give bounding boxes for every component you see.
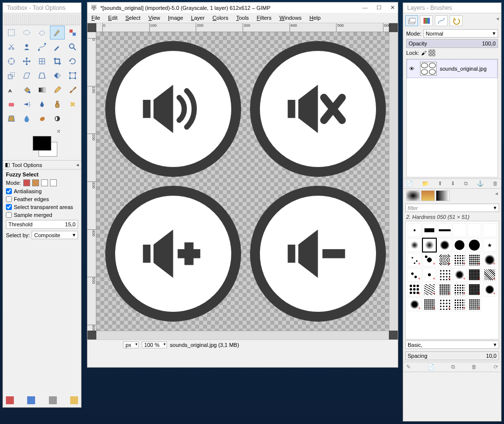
- perspective-tool[interactable]: [35, 69, 49, 83]
- menu-windows[interactable]: Windows: [279, 14, 303, 22]
- raise-layer-icon[interactable]: ⬆: [438, 180, 442, 187]
- dock-drag-handle[interactable]: [4, 14, 80, 25]
- bucket-fill-tool[interactable]: [19, 83, 34, 97]
- menu-layer[interactable]: Layer: [190, 14, 206, 22]
- opacity-slider[interactable]: Opacity100,0: [406, 39, 498, 48]
- layers-tab[interactable]: [405, 15, 418, 26]
- brush-item[interactable]: +: [438, 283, 452, 297]
- swap-colors-icon[interactable]: ⤭: [56, 128, 60, 134]
- horizontal-scrollbar[interactable]: [96, 331, 389, 339]
- tool-options-menu-icon[interactable]: ◂: [76, 162, 79, 168]
- brush-item[interactable]: [467, 223, 481, 237]
- new-brush-icon[interactable]: 📄: [427, 364, 434, 370]
- layer-group-icon[interactable]: 📁: [422, 180, 429, 187]
- brush-item[interactable]: [408, 223, 421, 237]
- duplicate-brush-icon[interactable]: ⧉: [451, 364, 455, 370]
- visibility-icon[interactable]: 👁: [409, 66, 417, 72]
- antialiasing-checkbox[interactable]: Antialiasing: [6, 188, 78, 194]
- zoom-tool[interactable]: [65, 40, 80, 54]
- zoom-dropdown[interactable]: 100 %: [142, 341, 167, 348]
- sample-merged-checkbox[interactable]: Sample merged: [6, 212, 78, 218]
- layer-name[interactable]: sounds_original.jpg: [440, 66, 487, 72]
- select-transparent-checkbox[interactable]: Select transparent areas: [6, 204, 78, 210]
- brush-item[interactable]: +: [422, 297, 436, 311]
- brush-item[interactable]: [422, 223, 436, 237]
- canvas[interactable]: [96, 32, 389, 331]
- delete-options-icon[interactable]: [49, 396, 57, 404]
- brush-item[interactable]: [438, 223, 452, 237]
- delete-brush-icon[interactable]: 🗑: [471, 364, 477, 370]
- close-button[interactable]: ✕: [390, 4, 395, 11]
- reset-options-icon[interactable]: [70, 396, 78, 404]
- brush-item[interactable]: [453, 238, 466, 252]
- brush-item[interactable]: +: [483, 253, 497, 267]
- free-select-tool[interactable]: [35, 26, 49, 40]
- brush-item[interactable]: [483, 223, 497, 237]
- threshold-input[interactable]: Threshold15,0: [6, 220, 78, 229]
- brush-item[interactable]: +: [422, 253, 436, 267]
- patterns-tab[interactable]: [421, 190, 435, 201]
- by-color-select-tool[interactable]: [65, 26, 80, 40]
- refresh-brush-icon[interactable]: ⟳: [494, 364, 498, 370]
- delete-layer-icon[interactable]: 🗑: [493, 180, 498, 187]
- color-picker-tool[interactable]: [50, 40, 65, 54]
- brush-item[interactable]: +: [483, 268, 497, 282]
- brush-item[interactable]: +: [453, 297, 466, 311]
- brush-item[interactable]: +: [467, 253, 481, 267]
- pencil-tool[interactable]: [50, 83, 65, 97]
- brush-item[interactable]: +: [467, 283, 481, 297]
- brushes-tab[interactable]: [406, 190, 420, 201]
- paths-tool[interactable]: [35, 40, 49, 54]
- brush-spacing-slider[interactable]: Spacing10,0: [405, 351, 499, 360]
- brush-item[interactable]: [438, 238, 452, 252]
- scissors-tool[interactable]: [4, 40, 19, 54]
- new-layer-icon[interactable]: 📄: [406, 180, 413, 187]
- clone-tool[interactable]: [50, 97, 65, 111]
- ellipse-select-tool[interactable]: [19, 26, 34, 40]
- menu-file[interactable]: File: [90, 14, 101, 22]
- brush-item[interactable]: ★: [483, 238, 497, 252]
- color-selector[interactable]: ⤭: [3, 128, 81, 158]
- menu-tools[interactable]: Tools: [235, 14, 250, 22]
- brush-item[interactable]: [408, 238, 421, 252]
- brush-item[interactable]: [453, 223, 466, 237]
- brush-item[interactable]: +: [422, 283, 436, 297]
- brush-item[interactable]: +: [408, 283, 421, 297]
- text-tool[interactable]: A: [4, 83, 19, 97]
- brush-item[interactable]: +: [453, 253, 466, 267]
- eraser-tool[interactable]: [4, 97, 19, 111]
- blend-mode-dropdown[interactable]: Normal▾: [423, 29, 498, 38]
- anchor-layer-icon[interactable]: ⚓: [477, 180, 484, 187]
- brush-filter-dropdown[interactable]: filter▾: [405, 204, 499, 212]
- rotate-tool[interactable]: [65, 54, 80, 68]
- smudge-tool[interactable]: [35, 112, 49, 126]
- brush-item[interactable]: +: [408, 297, 421, 311]
- brush-item[interactable]: +: [453, 268, 466, 282]
- mode-intersect-icon[interactable]: [50, 179, 57, 186]
- menu-image[interactable]: Image: [167, 14, 184, 22]
- paths-tab[interactable]: [435, 15, 448, 26]
- mode-subtract-icon[interactable]: [41, 179, 48, 186]
- brush-item[interactable]: +: [438, 268, 452, 282]
- channels-tab[interactable]: [420, 15, 433, 26]
- brush-item[interactable]: +: [467, 297, 481, 311]
- cage-tool[interactable]: [65, 69, 80, 83]
- layer-row[interactable]: 👁 sounds_original.jpg: [407, 59, 498, 78]
- paintbrush-tool[interactable]: [65, 83, 80, 97]
- rect-select-tool[interactable]: [4, 26, 19, 40]
- brush-item[interactable]: +: [453, 283, 466, 297]
- brush-item[interactable]: +: [438, 253, 452, 267]
- mode-replace-icon[interactable]: [23, 179, 30, 186]
- mode-add-icon[interactable]: [32, 179, 39, 186]
- lower-layer-icon[interactable]: ⬇: [451, 180, 455, 187]
- flip-tool[interactable]: [50, 69, 65, 83]
- brush-item[interactable]: +: [438, 297, 452, 311]
- airbrush-tool[interactable]: [19, 97, 34, 111]
- horizontal-ruler[interactable]: 0 100 200 300 400 500 600: [96, 23, 389, 32]
- fuzzy-select-tool[interactable]: [50, 26, 65, 40]
- dodge-burn-tool[interactable]: [50, 112, 65, 126]
- gradients-tab[interactable]: [436, 190, 450, 201]
- minimize-button[interactable]: —: [362, 4, 368, 11]
- menu-edit[interactable]: Edit: [107, 14, 119, 22]
- brush-item[interactable]: +: [408, 268, 421, 282]
